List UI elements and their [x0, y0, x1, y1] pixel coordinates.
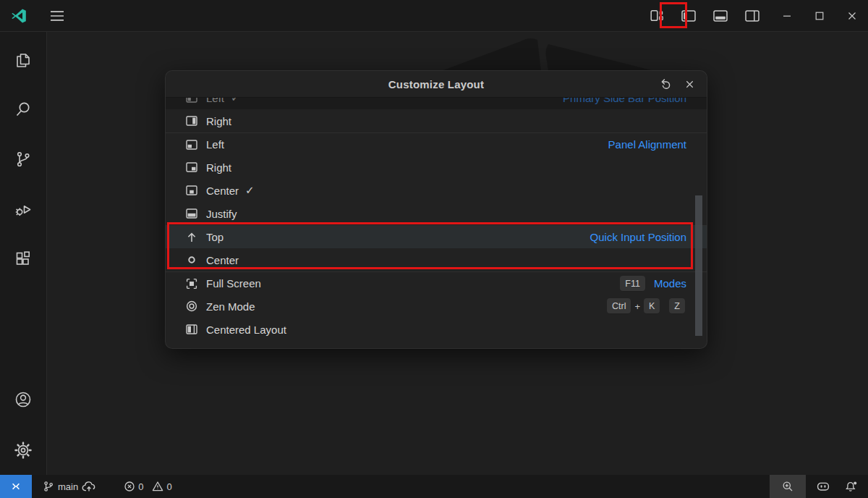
minimize-button[interactable] [770, 0, 803, 32]
panel-justify-icon [185, 207, 198, 220]
activity-bar-item-accounts[interactable] [3, 379, 43, 420]
option-label: Full Screen [206, 277, 261, 290]
group-label: Primary Side Bar Position [563, 98, 686, 104]
layout-option-zen-mode[interactable]: Zen ModeCtrl+KZ [166, 295, 707, 318]
layout-option-justify[interactable]: Justify [166, 202, 707, 225]
activity-bar-top [3, 39, 43, 289]
explorer-icon [14, 50, 33, 69]
option-label: Right [206, 161, 231, 174]
option-label: Centered Layout [206, 324, 286, 336]
panel-center-icon [185, 184, 198, 197]
target-icon [185, 300, 198, 313]
maximize-icon [814, 10, 825, 22]
activity-bar-item-settings[interactable] [3, 430, 43, 470]
dialog-header: Customize Layout [166, 71, 707, 98]
layout-option-top[interactable]: TopQuick Input Position [166, 225, 707, 248]
bell-icon [845, 481, 858, 492]
remote-indicator[interactable] [0, 475, 32, 498]
toggle-primary-side-bar-icon [681, 10, 696, 22]
layout-option-centered-layout[interactable]: Centered Layout [166, 318, 707, 341]
scrolled-row-clip: Left✓Primary Side Bar Position [166, 98, 707, 109]
window-controls [770, 0, 868, 32]
option-label: Right [206, 115, 231, 127]
branch-status[interactable]: main [38, 475, 101, 498]
maximize-button[interactable] [803, 0, 835, 32]
branch-name: main [58, 481, 78, 492]
run-and-debug-icon [14, 200, 33, 219]
reset-icon [660, 78, 671, 90]
activity-bar-item-extensions[interactable] [3, 239, 43, 279]
toggle-primary-side-bar-button[interactable] [678, 5, 699, 27]
extensions-icon [14, 250, 33, 269]
close-icon [846, 10, 858, 22]
centered-layout-icon [185, 323, 198, 336]
group-label: Panel Alignment [608, 138, 686, 151]
warning-count: 0 [166, 481, 171, 492]
remote-icon [10, 481, 22, 492]
zoom-status-button[interactable] [770, 475, 806, 498]
option-label: Center [206, 254, 239, 266]
vscode-watermark [405, 32, 709, 71]
minimize-icon [781, 10, 793, 22]
title-bar [0, 0, 868, 32]
dialog-close-button[interactable] [681, 76, 697, 92]
option-label: Top [206, 231, 224, 243]
layout-option-left[interactable]: Left✓Primary Side Bar Position [166, 98, 707, 109]
layout-option-right[interactable]: Right [166, 156, 707, 179]
layout-option-center[interactable]: Center [166, 248, 707, 271]
option-label: Justify [206, 208, 237, 220]
layout-option-right[interactable]: Right [166, 109, 707, 132]
activity-bar-item-explorer[interactable] [3, 39, 43, 80]
close-icon [684, 79, 695, 90]
panel-left-icon [185, 138, 198, 151]
activity-bar-item-search[interactable] [3, 89, 43, 130]
close-button[interactable] [835, 0, 868, 32]
search-icon [14, 100, 33, 119]
keycap: Ctrl [607, 298, 631, 314]
keybinding: Ctrl+KZ [607, 298, 685, 314]
activity-bar [0, 32, 47, 475]
dialog-title: Customize Layout [166, 78, 707, 90]
toggle-secondary-side-bar-button[interactable] [741, 5, 763, 27]
key-separator: + [634, 301, 640, 312]
group-label: Quick Input Position [590, 231, 686, 243]
keycap: K [644, 298, 660, 314]
screen-full-icon [185, 277, 198, 290]
group-label: Modes [654, 277, 686, 290]
error-count: 0 [138, 481, 143, 492]
activity-bar-bottom [3, 379, 43, 470]
accounts-icon [14, 390, 33, 409]
sidebar-left-icon [185, 98, 198, 104]
application-menu-button[interactable] [45, 5, 69, 27]
settings-icon [14, 441, 33, 460]
customize-layout-dialog: Customize Layout Left✓Primary Side Bar P… [165, 70, 707, 349]
zoom-in-icon [782, 481, 793, 492]
reset-layout-button[interactable] [658, 76, 673, 92]
circle-icon [185, 253, 198, 266]
option-label: Center [206, 185, 239, 197]
notifications-button[interactable] [841, 475, 868, 498]
error-icon [124, 481, 135, 492]
toggle-panel-button[interactable] [710, 5, 731, 27]
keybinding: F11 [620, 276, 645, 292]
layout-option-left[interactable]: LeftPanel Alignment [166, 132, 707, 156]
arrow-up-icon [185, 231, 198, 244]
source-control-icon [14, 150, 33, 169]
toggle-panel-icon [713, 10, 728, 22]
dialog-scrollbar[interactable] [695, 195, 702, 336]
check-icon: ✓ [231, 98, 240, 104]
copilot-status-button[interactable] [806, 475, 841, 498]
status-bar-right [770, 475, 868, 498]
customize-layout-button[interactable] [646, 5, 668, 27]
option-label: Left [206, 138, 224, 151]
activity-bar-item-run-and-debug[interactable] [3, 189, 43, 229]
activity-bar-item-source-control[interactable] [3, 139, 43, 180]
warning-icon [152, 481, 163, 492]
cloud-sync-icon [82, 481, 96, 492]
copilot-icon [816, 480, 830, 493]
customize-layout-icon [650, 9, 664, 22]
layout-controls [646, 5, 763, 27]
problems-status[interactable]: 0 0 [119, 475, 182, 498]
layout-option-center[interactable]: Center✓ [166, 179, 707, 202]
layout-option-full-screen[interactable]: Full ScreenF11Modes [166, 271, 707, 295]
